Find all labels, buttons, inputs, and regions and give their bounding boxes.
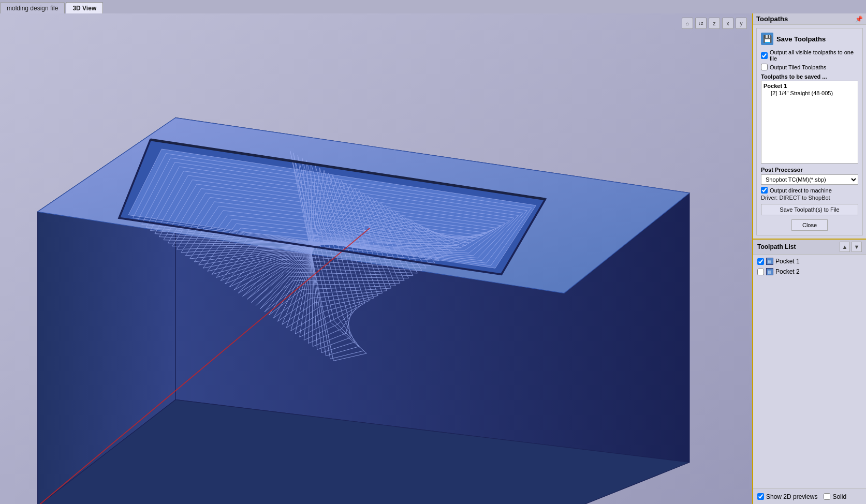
viewport[interactable]: ⌂ ↓z z x y — [0, 13, 752, 504]
pocket1-checkbox[interactable] — [757, 258, 764, 265]
axis-y-icon[interactable]: y — [736, 18, 747, 29]
close-button[interactable]: Close — [791, 219, 828, 231]
dialog-title-text: Save Toolpaths — [776, 35, 826, 43]
3d-scene — [0, 13, 752, 504]
show-2d-label[interactable]: Show 2D previews — [766, 493, 817, 500]
post-processor-dropdown[interactable]: Shopbot TC(MM)(*.sbp) Shopbot (*.sbp) G-… — [761, 174, 858, 185]
solid-label[interactable]: Solid — [832, 493, 846, 500]
toolpath-list-icons: ▲ ▼ — [840, 242, 862, 252]
toolpath-list-items: ▤ Pocket 1 ▤ Pocket 2 — [753, 255, 866, 488]
output-all-checkbox[interactable] — [761, 52, 768, 59]
toolpath-list-header: Toolpath List ▲ ▼ — [753, 240, 866, 255]
driver-text: Driver: DIRECT to ShopBot — [761, 195, 858, 201]
pin-icon[interactable]: 📌 — [855, 16, 863, 23]
show-2d-checkbox[interactable] — [757, 493, 764, 500]
output-direct-checkbox[interactable] — [761, 187, 768, 194]
toolpath-list-title: Toolpath List — [757, 243, 796, 250]
post-processor-label: Post Processor — [761, 167, 858, 173]
dialog-title-row: 💾 Save Toolpaths — [761, 33, 858, 45]
pocket1-icon: ▤ — [766, 258, 773, 265]
output-tiled-checkbox[interactable] — [761, 64, 768, 70]
output-tiled-row: Output Tiled Toolpaths — [761, 64, 858, 70]
panel-header: Toolpaths 📌 — [753, 13, 866, 25]
tab-bar: molding design file 3D View — [0, 0, 866, 13]
home-icon[interactable]: ⌂ — [682, 18, 693, 29]
pocket1-label: Pocket 1 — [775, 258, 800, 265]
axis-z-down-icon[interactable]: ↓z — [695, 18, 707, 29]
viewport-toolbar: ⌂ ↓z z x y — [682, 18, 747, 29]
toolpath-list-group: Pocket 1 — [762, 82, 857, 90]
tab-3d-view[interactable]: 3D View — [66, 2, 103, 13]
output-direct-label[interactable]: Output direct to machine — [770, 187, 832, 194]
solid-row: Solid — [824, 493, 846, 500]
tab-molding-design[interactable]: molding design file — [0, 2, 65, 13]
pocket2-label: Pocket 2 — [775, 268, 800, 275]
axis-z-icon[interactable]: z — [709, 18, 720, 29]
panel-title: Toolpaths — [756, 15, 788, 23]
pocket2-icon: ▤ — [766, 268, 773, 275]
panel-bottom-bar: Show 2D previews Solid — [753, 488, 866, 504]
move-down-button[interactable]: ▼ — [852, 242, 862, 252]
save-toolpaths-dialog: 💾 Save Toolpaths Output all visible tool… — [756, 28, 863, 235]
solid-checkbox[interactable] — [824, 493, 830, 500]
right-panel: Toolpaths 📌 💾 Save Toolpaths Output all … — [752, 13, 866, 504]
output-direct-row: Output direct to machine — [761, 187, 858, 194]
save-toolpath-button[interactable]: Save Toolpath(s) to File — [761, 204, 858, 215]
toolpath-item-pocket2[interactable]: ▤ Pocket 2 — [755, 267, 864, 276]
toolpaths-to-save-label: Toolpaths to be saved ... — [761, 73, 858, 80]
pocket2-checkbox[interactable] — [757, 269, 764, 275]
output-tiled-label[interactable]: Output Tiled Toolpaths — [770, 64, 826, 70]
output-all-row: Output all visible toolpaths to one file — [761, 49, 858, 62]
toolpaths-list-box[interactable]: Pocket 1 [2] 1/4" Straight (48-005) — [761, 81, 858, 164]
show-2d-row: Show 2D previews — [757, 493, 817, 500]
toolpath-list-section: Toolpath List ▲ ▼ ▤ Pocket 1 ▤ Pocket 2 — [753, 240, 866, 488]
toolpath-item-pocket1[interactable]: ▤ Pocket 1 — [755, 257, 864, 266]
toolpath-list-sub: [2] 1/4" Straight (48-005) — [762, 90, 857, 97]
axis-x-icon[interactable]: x — [722, 18, 733, 29]
output-all-label[interactable]: Output all visible toolpaths to one file — [770, 49, 858, 62]
save-toolpaths-icon: 💾 — [761, 33, 773, 45]
main-content: ⌂ ↓z z x y — [0, 13, 866, 504]
move-up-button[interactable]: ▲ — [840, 242, 850, 252]
